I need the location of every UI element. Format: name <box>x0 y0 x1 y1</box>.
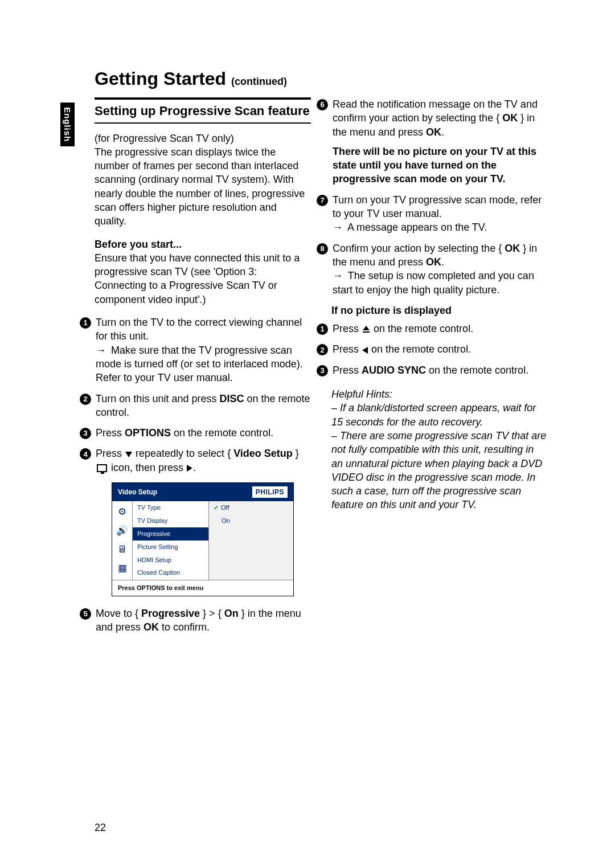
step7-a: Turn on your TV progressive scan mode, r… <box>333 194 542 219</box>
hints-2: – There are some progressive scan TV tha… <box>331 429 548 512</box>
bullet-7-icon: 7 <box>317 195 328 206</box>
menu-item: TV Display <box>133 514 208 527</box>
audio-icon: 🔊 <box>116 525 128 538</box>
bullet-8-icon: 8 <box>317 243 328 255</box>
title-suffix: (continued) <box>231 76 287 87</box>
step-2: 2 Turn on this unit and press DISC on th… <box>80 392 311 420</box>
language-tab: English <box>60 103 75 146</box>
menu-item: HDMI Setup <box>133 554 208 567</box>
np3-post: on the remote control. <box>426 365 528 376</box>
bullet-2-icon: 2 <box>80 394 91 405</box>
no-picture-heading: If no picture is displayed <box>331 304 548 317</box>
svg-marker-4 <box>362 347 368 354</box>
step4-post: icon, then press <box>111 462 186 473</box>
svg-marker-2 <box>363 326 370 330</box>
page-title: Getting Started (continued) <box>95 68 558 89</box>
left-column: Setting up Progressive Scan feature (for… <box>95 97 311 641</box>
triangle-down-icon <box>125 451 133 458</box>
hints-1: – If a blank/distorted screen appears, w… <box>331 401 548 429</box>
section-heading: Setting up Progressive Scan feature <box>95 103 311 119</box>
right-column: 6 Read the notification message on the T… <box>331 97 548 641</box>
bullet-3-icon: 3 <box>317 365 328 376</box>
step4-mid: repeatedly to select { <box>136 448 233 459</box>
triangle-left-icon <box>362 346 368 354</box>
step-6: 6 Read the notification message on the T… <box>317 97 548 186</box>
svg-marker-1 <box>187 465 192 472</box>
step5-mid: } > { <box>200 608 224 619</box>
step5-b3: OK <box>144 621 159 633</box>
step-4: 4 Press repeatedly to select { Video Set… <box>80 447 311 474</box>
step8-d: The setup is now completed and you can s… <box>333 270 534 295</box>
step8-a: Confirm your action by selecting the { <box>333 243 505 254</box>
bullet-1-icon: 1 <box>80 317 91 329</box>
step4-pre: Press <box>96 448 125 459</box>
np1-post: on the remote control. <box>374 323 473 334</box>
intro-note: (for Progressive Scan TV only) <box>95 133 234 144</box>
svg-marker-0 <box>125 452 132 457</box>
menu-icon-column: ⚙ 🔊 🖥 ▦ <box>112 501 133 580</box>
arrow-right-icon: → <box>96 345 106 356</box>
hints-title: Helpful Hints: <box>331 387 548 401</box>
np2-pre: Press <box>333 343 362 355</box>
before-heading: Before you start... <box>95 238 311 251</box>
np-step-2: 2 Press on the remote control. <box>317 342 548 356</box>
step5-pre: Move to { <box>96 608 141 619</box>
bullet-2-icon: 2 <box>317 344 328 355</box>
step5-post: to confirm. <box>159 621 210 633</box>
np2-post: on the remote control. <box>371 343 471 355</box>
bullet-6-icon: 6 <box>317 99 328 110</box>
step-8: 8 Confirm your action by selecting the {… <box>317 241 548 297</box>
opt-label: Off <box>221 503 229 512</box>
step7-b: A message appears on the TV. <box>347 222 487 233</box>
menu-item: Closed Caption <box>133 566 208 579</box>
step4-mid2: } <box>293 448 299 459</box>
menu-options: ✓Off On <box>209 501 293 580</box>
menu-item: Picture Setting <box>133 541 208 554</box>
bullet-3-icon: 3 <box>80 428 91 439</box>
step5-b2: On <box>224 608 239 619</box>
np-step-1: 1 Press on the remote control. <box>317 322 548 335</box>
menu-footer: Press OPTIONS to exit menu <box>112 580 293 596</box>
opt-label: On <box>222 517 230 525</box>
brand-logo: PHILIPS <box>252 486 288 498</box>
menu-item: TV Type <box>133 501 208 514</box>
menu-option: On <box>209 514 293 527</box>
step8-b2: OK <box>426 256 441 268</box>
setup-icon: ⚙ <box>118 506 126 519</box>
menu-option: ✓Off <box>209 501 293 514</box>
bullet-1-icon: 1 <box>317 324 328 335</box>
bullet-4-icon: 4 <box>80 448 91 460</box>
step-1: 1 Turn on the TV to the correct viewing … <box>80 316 311 384</box>
title-main: Getting Started <box>95 68 226 89</box>
step4-bold: Video Setup <box>233 448 293 459</box>
helpful-hints: Helpful Hints: – If a blank/distorted sc… <box>331 387 548 512</box>
monitor-icon <box>97 464 107 472</box>
step8-b1: OK <box>505 243 520 254</box>
triangle-right-icon <box>186 464 193 472</box>
step3-pre: Press <box>96 427 125 439</box>
before-text: Ensure that you have connected this unit… <box>95 252 300 305</box>
arrow-right-icon: → <box>333 222 343 233</box>
step8-c: . <box>441 256 444 268</box>
np-step-3: 3 Press AUDIO SYNC on the remote control… <box>317 363 548 377</box>
step6-b1: OK <box>502 112 518 124</box>
step1-note: Make sure that the TV progressive scan m… <box>96 345 303 384</box>
intro-text: The progressive scan displays twice the … <box>95 146 305 227</box>
arrow-right-icon: → <box>333 270 343 281</box>
step3-post: on the remote control. <box>171 427 273 439</box>
menu-list: TV Type TV Display Progressive Picture S… <box>133 501 209 580</box>
np1-pre: Press <box>333 323 362 334</box>
step1-text: Turn on the TV to the correct viewing ch… <box>96 317 302 342</box>
check-icon: ✓ <box>214 503 219 512</box>
menu-title: Video Setup <box>118 488 157 497</box>
step5-b1: Progressive <box>141 608 200 619</box>
warning-text: There will be no picture on your TV at t… <box>333 145 548 186</box>
eject-icon <box>362 325 371 334</box>
step6-b2: OK <box>426 126 441 138</box>
menu-item-selected: Progressive <box>133 527 208 541</box>
step2-pre: Turn on this unit and press <box>96 393 219 404</box>
step-7: 7 Turn on your TV progressive scan mode,… <box>317 193 548 235</box>
svg-rect-3 <box>363 331 370 333</box>
np3-bold: AUDIO SYNC <box>362 365 426 376</box>
step2-bold: DISC <box>219 393 244 404</box>
